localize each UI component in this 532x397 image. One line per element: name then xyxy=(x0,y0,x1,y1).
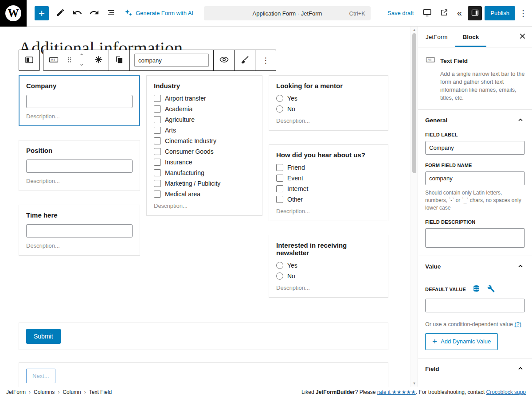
checkbox[interactable] xyxy=(154,116,161,123)
panel-general-toggle[interactable]: General xyxy=(418,110,532,131)
checkbox[interactable] xyxy=(154,127,161,134)
checkbox-option[interactable]: Marketing / Publicity xyxy=(154,180,255,187)
add-block-button[interactable]: + xyxy=(35,6,49,20)
description-placeholder[interactable]: Description... xyxy=(154,202,255,209)
submit-button[interactable]: Submit xyxy=(26,329,61,344)
breadcrumb-jetform[interactable]: JetForm xyxy=(6,389,26,395)
company-input[interactable] xyxy=(26,95,133,108)
panel-value-toggle[interactable]: Value xyxy=(418,256,532,277)
radio-button[interactable] xyxy=(276,272,283,280)
rate-it-link[interactable]: rate it ★★★★★ xyxy=(377,389,416,395)
drag-handle[interactable] xyxy=(64,50,75,70)
default-value-input[interactable] xyxy=(425,299,525,312)
checkbox-option[interactable]: Friend xyxy=(276,164,381,171)
description-placeholder[interactable]: Description... xyxy=(276,117,381,124)
description-placeholder[interactable]: Description... xyxy=(26,113,133,120)
form-field-name-input[interactable] xyxy=(425,171,525,185)
toolbar-field-name-input[interactable] xyxy=(134,54,209,67)
checkbox-field-block-hear-about[interactable]: How did you hear about us? Friend Event … xyxy=(269,144,388,221)
checkbox-field-block-industry[interactable]: Industry Airport transfer Academia Agric… xyxy=(146,75,262,216)
tab-block[interactable]: Block xyxy=(455,27,487,47)
text-field-block-time-here[interactable]: Time here Description... xyxy=(19,205,140,256)
next-page-button[interactable]: Next... xyxy=(26,369,55,383)
canvas-scrollbar[interactable]: ▲ ▼ xyxy=(411,27,418,387)
options-menu-button[interactable]: ⋮ xyxy=(518,6,528,20)
radio-field-block-newsletter[interactable]: Interested in receiving newsletter Yes N… xyxy=(269,235,388,298)
redo-button[interactable] xyxy=(87,6,101,20)
text-field-block-position[interactable]: Position Description... xyxy=(19,140,140,191)
breadcrumb-column[interactable]: Column xyxy=(63,389,81,395)
select-parent-column-button[interactable] xyxy=(19,50,39,70)
field-label-input[interactable] xyxy=(425,141,525,155)
checkbox[interactable] xyxy=(154,148,161,155)
condition-help-link[interactable]: (?) xyxy=(515,321,521,327)
checkbox[interactable] xyxy=(154,105,161,113)
checkbox-option[interactable]: Medical area xyxy=(154,191,255,198)
crocoblock-support-link[interactable]: Crocoblock supp xyxy=(486,389,526,395)
checkbox[interactable] xyxy=(154,191,161,198)
breadcrumb-text-field[interactable]: Text Field xyxy=(89,389,112,395)
checkbox-option[interactable]: Consumer Goods xyxy=(154,148,255,155)
command-palette[interactable]: Application Form · JetForm Ctrl+K xyxy=(204,6,371,20)
description-placeholder[interactable]: Description... xyxy=(26,242,133,249)
checkbox-option[interactable]: Cinematic Industry xyxy=(154,137,255,144)
position-input[interactable] xyxy=(26,160,133,173)
document-overview-button[interactable] xyxy=(104,6,118,20)
add-dynamic-value-button[interactable]: + Add Dynamic Value xyxy=(425,333,498,350)
required-toggle-button[interactable] xyxy=(88,50,109,70)
undo-button[interactable] xyxy=(70,6,84,20)
move-up-button[interactable] xyxy=(75,50,88,60)
block-type-button[interactable]: A xyxy=(43,50,64,70)
wordpress-logo[interactable]: W xyxy=(0,0,27,27)
checkbox-option[interactable]: Event xyxy=(276,175,381,182)
scrollbar-thumb[interactable] xyxy=(412,33,416,173)
block-options-button[interactable]: ⋮ xyxy=(255,50,276,70)
description-placeholder[interactable]: Description... xyxy=(276,208,381,214)
checkbox[interactable] xyxy=(154,169,161,176)
checkbox-option[interactable]: Airport transfer xyxy=(154,95,255,102)
tools-button[interactable] xyxy=(53,6,67,20)
radio-option[interactable]: Yes xyxy=(276,95,381,102)
checkbox[interactable] xyxy=(276,196,283,203)
radio-button[interactable] xyxy=(276,95,283,102)
radio-field-block-mentor[interactable]: Looking for a mentor Yes No Description.… xyxy=(269,75,388,131)
checkbox-option[interactable]: Agriculture xyxy=(154,116,255,123)
scroll-up-arrow[interactable]: ▲ xyxy=(411,28,418,32)
checkbox[interactable] xyxy=(276,164,283,171)
publish-button[interactable]: Publish xyxy=(485,6,515,20)
collapse-panel-button[interactable]: « xyxy=(454,6,465,20)
checkbox-option[interactable]: Other xyxy=(276,196,381,203)
checkbox[interactable] xyxy=(154,159,161,166)
panel-field-toggle[interactable]: Field xyxy=(418,358,532,380)
move-down-button[interactable] xyxy=(75,60,88,70)
checkbox[interactable] xyxy=(154,137,161,144)
text-field-block-company[interactable]: Company Description... xyxy=(19,75,140,126)
settings-sidebar-toggle[interactable] xyxy=(468,6,482,20)
checkbox[interactable] xyxy=(154,95,161,102)
submit-block[interactable]: Submit xyxy=(19,323,388,350)
duplicate-button[interactable] xyxy=(109,50,129,70)
time-here-input[interactable] xyxy=(26,224,133,237)
radio-option[interactable]: Yes xyxy=(276,262,381,269)
checkbox[interactable] xyxy=(276,185,283,192)
close-sidebar-button[interactable] xyxy=(512,27,532,47)
preview-button[interactable] xyxy=(420,6,434,20)
checkbox-option[interactable]: Arts xyxy=(154,127,255,134)
checkbox-option[interactable]: Insurance xyxy=(154,159,255,166)
description-placeholder[interactable]: Description... xyxy=(26,178,133,184)
visibility-button[interactable] xyxy=(214,50,234,70)
checkbox[interactable] xyxy=(276,175,283,182)
breadcrumb-columns[interactable]: Columns xyxy=(34,389,55,395)
description-placeholder[interactable]: Description... xyxy=(276,284,381,291)
radio-button[interactable] xyxy=(276,262,283,269)
generate-form-ai-button[interactable]: Generate Form with AI xyxy=(124,8,193,18)
tab-jetform[interactable]: JetForm xyxy=(418,27,455,47)
dynamic-value-tools-button[interactable] xyxy=(487,284,495,294)
scroll-down-arrow[interactable]: ▼ xyxy=(411,381,418,385)
field-description-input[interactable] xyxy=(425,228,525,248)
next-page-block[interactable]: Next... xyxy=(19,362,388,387)
checkbox-option[interactable]: Academia xyxy=(154,105,255,113)
checkbox-option[interactable]: Manufacturing xyxy=(154,169,255,176)
radio-button[interactable] xyxy=(276,105,283,113)
view-post-button[interactable] xyxy=(437,6,451,20)
